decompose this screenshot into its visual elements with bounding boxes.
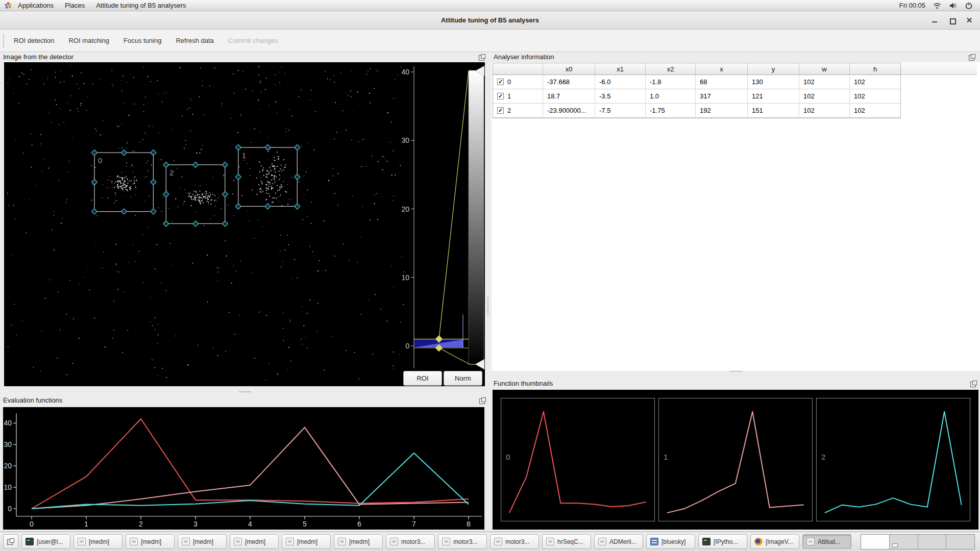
taskbar-ipython[interactable]: [IPytho... [698, 534, 747, 549]
clock[interactable]: Fri 00:05 [899, 2, 925, 9]
vertical-splitter[interactable] [487, 297, 488, 314]
menu-places[interactable]: Places [59, 0, 90, 11]
row-0-cell-y[interactable]: 130 [748, 75, 799, 89]
row-1-cell-x1[interactable]: -3.5 [595, 89, 646, 104]
taskbar-imageviewer[interactable]: [ImageV... [750, 534, 799, 549]
table-row-2[interactable]: ✓2-23.900000...-7.5-1.75192151102102 [493, 104, 900, 118]
taskbar-bluesky[interactable]: [bluesky] [646, 534, 695, 549]
taskbar-medm-1[interactable]: [medm] [74, 534, 122, 549]
workspace-2[interactable] [890, 535, 918, 549]
column-header-y[interactable]: y [748, 63, 799, 75]
taskbar-button-label: [user@l... [37, 538, 63, 545]
toolbar-drag-handle[interactable] [3, 34, 4, 47]
table-row-1[interactable]: ✓118.7-3.51.0317121102102 [493, 89, 900, 104]
row-0-cell-x2[interactable]: -1.8 [646, 75, 696, 89]
row-2-cell-w[interactable]: 102 [799, 104, 850, 118]
taskbar-motor3-2[interactable]: motor3... [438, 534, 487, 549]
taskbar-attitude[interactable]: Attitud... [802, 534, 851, 549]
roi-matching-button[interactable]: ROI matching [64, 33, 114, 48]
table-row-0[interactable]: ✓0-37.668-6.0-1.868130102102 [493, 75, 900, 89]
row-1-cell-h[interactable]: 102 [850, 89, 900, 104]
horizontal-splitter-right[interactable] [730, 371, 742, 372]
evaluation-plot[interactable]: 010203040012345678 [3, 407, 484, 530]
menu-active-app[interactable]: Attitude tuning of B5 analysers [90, 0, 191, 11]
roi-button[interactable]: ROI [403, 371, 442, 386]
column-header-w[interactable]: w [799, 63, 850, 75]
close-button[interactable]: ✕ [966, 17, 973, 24]
row-1-cell-y[interactable]: 121 [748, 89, 799, 104]
histogram-tick-label: 0 [405, 342, 409, 350]
row-0-id-cell[interactable]: ✓0 [493, 75, 543, 89]
norm-button[interactable]: Norm [444, 371, 482, 386]
column-header-x[interactable]: x [696, 63, 748, 75]
taskbar-medm-2[interactable]: [medm] [126, 534, 175, 549]
row-2-cell-x1[interactable]: -7.5 [595, 104, 646, 118]
row-1-cell-x[interactable]: 317 [696, 89, 748, 104]
menu-applications[interactable]: Applications [12, 0, 59, 11]
row-2-checkbox[interactable]: ✓ [497, 107, 504, 114]
workspace-4[interactable] [946, 535, 974, 549]
column-header-h[interactable]: h [850, 63, 900, 75]
column-header-select[interactable] [493, 63, 543, 75]
thumbnails-detach-icon[interactable] [970, 381, 977, 387]
row-1-checkbox[interactable]: ✓ [497, 93, 504, 99]
thumbnail-1[interactable]: 1 [658, 398, 813, 521]
detector-image[interactable]: 012010203040 [4, 62, 485, 386]
firefox-icon [754, 538, 763, 545]
column-header-x2[interactable]: x2 [646, 63, 696, 75]
column-header-x1[interactable]: x1 [595, 63, 646, 75]
row-0-cell-x0[interactable]: -37.668 [543, 75, 595, 89]
row-2-cell-x2[interactable]: -1.75 [646, 104, 696, 118]
row-0-cell-w[interactable]: 102 [799, 75, 850, 89]
analyser-panel-title: Analyser information [494, 53, 554, 61]
thumbnail-2[interactable]: 2 [816, 398, 970, 521]
volume-icon[interactable] [949, 2, 957, 10]
refresh-data-button[interactable]: Refresh data [170, 33, 218, 48]
row-1-cell-x2[interactable]: 1.0 [646, 89, 696, 104]
show-desktop-button[interactable] [3, 534, 18, 549]
roi-detection-button[interactable]: ROI detection [9, 33, 60, 48]
thumbnail-0[interactable]: 0 [501, 398, 655, 521]
row-1-cell-w[interactable]: 102 [799, 89, 850, 104]
column-header-x0[interactable]: x0 [543, 63, 595, 75]
row-0-cell-x[interactable]: 68 [696, 75, 748, 89]
workspace-switcher[interactable] [861, 534, 975, 549]
taskbar-hrseqc[interactable]: hrSeqC... [542, 534, 591, 549]
histogram-tick-label: 40 [401, 68, 409, 76]
row-2-cell-h[interactable]: 102 [850, 104, 900, 118]
taskbar-medm-4[interactable]: [medm] [230, 534, 279, 549]
wifi-icon[interactable] [933, 2, 941, 10]
taskbar-medm-5[interactable]: [medm] [282, 534, 331, 549]
window-icon [78, 538, 86, 545]
horizontal-splitter-left[interactable] [239, 391, 251, 392]
histogram-tick-label: 20 [401, 205, 409, 213]
power-icon[interactable] [965, 2, 973, 10]
lut-gradient-bar[interactable] [469, 70, 484, 364]
maximize-button[interactable] [948, 17, 955, 24]
row-0-checkbox[interactable]: ✓ [497, 79, 504, 85]
taskbar-motor3-1[interactable]: motor3... [386, 534, 435, 549]
analyser-detach-icon[interactable] [969, 54, 975, 61]
row-2-cell-x0[interactable]: -23.900000... [543, 104, 595, 118]
minimize-button[interactable] [931, 17, 938, 24]
taskbar-medm-3[interactable]: [medm] [178, 534, 227, 549]
taskbar-medm-6[interactable]: [medm] [334, 534, 383, 549]
row-2-id-cell[interactable]: ✓2 [493, 104, 543, 118]
row-1-id-cell[interactable]: ✓1 [493, 89, 543, 104]
eval-ytick-label: 0 [8, 505, 12, 513]
workspace-3[interactable] [918, 535, 947, 549]
row-2-cell-x[interactable]: 192 [696, 104, 748, 118]
detector-detach-icon[interactable] [479, 54, 485, 61]
eval-xtick-label: 3 [193, 520, 198, 528]
taskbar-admerlin[interactable]: ADMerli... [594, 534, 643, 549]
evaluation-detach-icon[interactable] [479, 397, 486, 404]
taskbar-motor3-3[interactable]: motor3... [490, 534, 539, 549]
row-1-cell-x0[interactable]: 18.7 [543, 89, 595, 104]
row-0-cell-h[interactable]: 102 [850, 75, 900, 89]
row-0-cell-x1[interactable]: -6.0 [595, 75, 646, 89]
workspace-1[interactable] [861, 535, 890, 549]
taskbar-terminal-user[interactable]: [user@l... [21, 534, 70, 549]
row-2-cell-y[interactable]: 151 [748, 104, 799, 118]
taskbar-button-label: motor3... [453, 538, 477, 545]
focus-tuning-button[interactable]: Focus tuning [118, 33, 166, 48]
